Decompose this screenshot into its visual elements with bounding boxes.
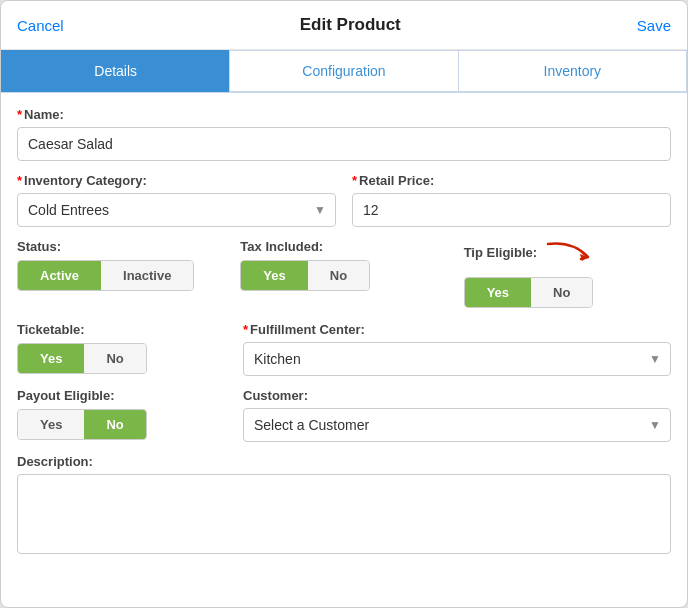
fulfillment-center-select-wrapper: Kitchen ▼: [243, 342, 671, 376]
edit-product-modal: Cancel Edit Product Save Details Configu…: [0, 0, 688, 608]
red-arrow-indicator: [543, 239, 603, 271]
modal-title: Edit Product: [300, 15, 401, 35]
category-required-star: *: [17, 173, 22, 188]
save-button[interactable]: Save: [637, 17, 671, 34]
tax-no-button[interactable]: No: [308, 261, 369, 290]
tax-included-group: Tax Included: Yes No: [240, 239, 447, 308]
tab-configuration[interactable]: Configuration: [229, 50, 458, 92]
payout-customer-row: Payout Eligible: Yes No Customer: Select…: [17, 388, 671, 442]
payout-yes-button[interactable]: Yes: [18, 410, 84, 439]
tax-included-label: Tax Included:: [240, 239, 447, 254]
inventory-category-label: *Inventory Category:: [17, 173, 336, 188]
ticketable-group: Ticketable: Yes No: [17, 322, 227, 376]
description-label: Description:: [17, 454, 671, 469]
status-inactive-button[interactable]: Inactive: [101, 261, 193, 290]
retail-price-input[interactable]: [352, 193, 671, 227]
tab-bar: Details Configuration Inventory: [1, 50, 687, 93]
category-price-row: *Inventory Category: Cold Entrees ▼ *Ret…: [17, 173, 671, 227]
payout-eligible-label: Payout Eligible:: [17, 388, 227, 403]
cancel-button[interactable]: Cancel: [17, 17, 64, 34]
customer-label: Customer:: [243, 388, 671, 403]
payout-toggle: Yes No: [17, 409, 147, 440]
modal-header: Cancel Edit Product Save: [1, 1, 687, 50]
retail-price-label: *Retail Price:: [352, 173, 671, 188]
ticketable-fulfillment-row: Ticketable: Yes No *Fulfillment Center: …: [17, 322, 671, 376]
tip-eligible-label: Tip Eligible:: [464, 245, 537, 260]
payout-no-button[interactable]: No: [84, 410, 145, 439]
tip-eligible-group: Tip Eligible: Yes No: [464, 239, 671, 308]
tip-yes-button[interactable]: Yes: [465, 278, 531, 307]
tip-no-button[interactable]: No: [531, 278, 592, 307]
status-label: Status:: [17, 239, 224, 254]
ticketable-toggle: Yes No: [17, 343, 147, 374]
description-group: Description:: [17, 454, 671, 558]
tip-toggle: Yes No: [464, 277, 594, 308]
customer-select[interactable]: Select a Customer: [243, 408, 671, 442]
inventory-category-select[interactable]: Cold Entrees: [17, 193, 336, 227]
tax-yes-button[interactable]: Yes: [241, 261, 307, 290]
name-label: *Name:: [17, 107, 671, 122]
name-field-group: *Name:: [17, 107, 671, 161]
status-group: Status: Active Inactive: [17, 239, 224, 308]
tab-details[interactable]: Details: [1, 50, 229, 92]
tip-eligible-label-row: Tip Eligible:: [464, 239, 671, 271]
inventory-category-group: *Inventory Category: Cold Entrees ▼: [17, 173, 336, 227]
ticketable-no-button[interactable]: No: [84, 344, 145, 373]
fulfillment-required-star: *: [243, 322, 248, 337]
customer-select-wrapper: Select a Customer ▼: [243, 408, 671, 442]
ticketable-label: Ticketable:: [17, 322, 227, 337]
fulfillment-center-select[interactable]: Kitchen: [243, 342, 671, 376]
tax-toggle: Yes No: [240, 260, 370, 291]
status-toggle: Active Inactive: [17, 260, 194, 291]
status-active-button[interactable]: Active: [18, 261, 101, 290]
ticketable-yes-button[interactable]: Yes: [18, 344, 84, 373]
price-required-star: *: [352, 173, 357, 188]
payout-eligible-group: Payout Eligible: Yes No: [17, 388, 227, 442]
tab-inventory[interactable]: Inventory: [459, 50, 687, 92]
customer-group: Customer: Select a Customer ▼: [243, 388, 671, 442]
name-input[interactable]: [17, 127, 671, 161]
name-required-star: *: [17, 107, 22, 122]
fulfillment-center-group: *Fulfillment Center: Kitchen ▼: [243, 322, 671, 376]
status-tax-tip-row: Status: Active Inactive Tax Included: Ye…: [17, 239, 671, 308]
form-content: *Name: *Inventory Category: Cold Entrees…: [1, 93, 687, 607]
description-textarea[interactable]: [17, 474, 671, 554]
inventory-category-select-wrapper: Cold Entrees ▼: [17, 193, 336, 227]
fulfillment-center-label: *Fulfillment Center:: [243, 322, 671, 337]
retail-price-group: *Retail Price:: [352, 173, 671, 227]
